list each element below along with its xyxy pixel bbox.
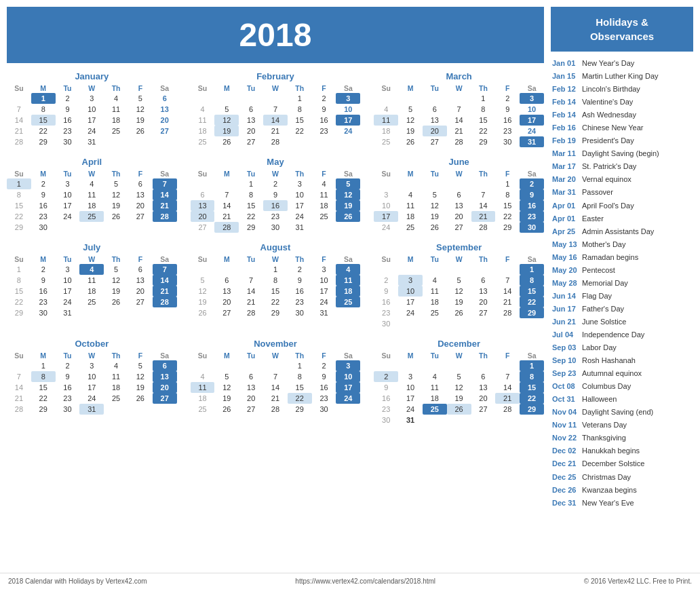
day-header-sa: Sa: [336, 351, 360, 360]
calendar-day: 26: [447, 404, 471, 415]
calendar-day: [153, 222, 177, 233]
calendar-day: 1: [7, 178, 31, 189]
calendar-day: 17: [56, 200, 80, 211]
calendar-day: 5: [104, 264, 128, 275]
holiday-name: Halloween: [582, 394, 617, 405]
calendar-day: [374, 360, 398, 371]
month-block-july: JulySuMTuWThFSa1234567891011121314151617…: [7, 242, 177, 329]
sidebar: Holidays &Observances Jan 01New Year's D…: [551, 7, 693, 563]
calendar-day: 28: [263, 404, 288, 415]
calendar-day: 2: [288, 264, 312, 275]
calendar-day: 27: [128, 211, 153, 222]
calendar-day: [447, 178, 471, 189]
calendar-day: 9: [312, 104, 336, 115]
day-header-f: F: [312, 254, 336, 264]
calendar-day: 29: [239, 222, 263, 233]
calendar-day: 6: [239, 104, 263, 115]
day-header-sa: Sa: [520, 351, 544, 360]
calendar-day: 1: [288, 93, 312, 104]
holiday-name: Ash Wednesday: [582, 109, 636, 121]
calendar-day: 10: [56, 275, 80, 286]
day-header-su: Su: [374, 254, 398, 264]
calendar-day: 25: [191, 404, 215, 415]
calendar-day: 15: [7, 286, 31, 297]
calendar-day: [191, 360, 215, 371]
day-header-f: F: [495, 254, 520, 264]
calendar-day: 7: [447, 104, 471, 115]
calendar-day: 25: [191, 136, 215, 147]
calendar-day: 24: [79, 126, 104, 136]
holiday-row: Sep 23Autumnal equinox: [551, 367, 693, 380]
day-header-sa: Sa: [336, 169, 360, 178]
calendar-day: [312, 136, 336, 147]
month-block-november: NovemberSuMTuWThFSa123456789101112131415…: [191, 339, 361, 425]
calendar-day: 8: [495, 189, 520, 200]
calendar-day: 26: [191, 307, 215, 318]
day-header-sa: Sa: [153, 83, 177, 93]
month-title: July: [7, 242, 177, 252]
day-header-f: F: [312, 83, 336, 93]
day-header-f: F: [495, 83, 520, 93]
calendar-day: 17: [336, 115, 360, 126]
holiday-date: Nov 11: [552, 419, 578, 431]
calendar-day: 17: [79, 382, 104, 393]
calendar-day: 1: [263, 264, 288, 275]
calendar-day: 2: [312, 93, 336, 104]
calendar-day: 8: [471, 104, 496, 115]
holiday-date: Sep 03: [552, 342, 578, 354]
holiday-name: Vernal equinox: [582, 174, 631, 185]
calendar-day: 30: [31, 222, 56, 233]
month-table: SuMTuWThFSa12345678910111213141516171819…: [7, 351, 177, 415]
calendar-day: [398, 318, 423, 329]
holiday-row: Apr 01April Fool's Day: [551, 200, 693, 212]
calendar-day: 13: [128, 189, 153, 200]
calendar-day: 21: [263, 126, 288, 136]
calendar-day: 16: [31, 286, 56, 297]
calendar-day: 18: [191, 393, 215, 404]
day-header-w: W: [79, 351, 104, 360]
holiday-date: Apr 01: [552, 200, 578, 212]
holiday-row: Dec 31New Year's Eve: [551, 497, 693, 510]
holiday-date: Apr 01: [552, 213, 578, 225]
calendar-day: 13: [128, 275, 153, 286]
calendar-day: 7: [7, 104, 31, 115]
calendar-day: 5: [214, 371, 239, 382]
calendar-day: 12: [398, 115, 423, 126]
calendar-day: 24: [336, 393, 360, 404]
day-header-tu: Tu: [56, 169, 80, 178]
calendar-day: 20: [128, 200, 153, 211]
calendar-day: [153, 136, 177, 147]
day-header-tu: Tu: [423, 169, 447, 178]
calendar-day: 22: [239, 211, 263, 222]
calendar-day: 4: [191, 104, 215, 115]
holiday-row: Apr 25Admin Assistants Day: [551, 225, 693, 238]
calendar-day: 2: [374, 371, 398, 382]
calendar-day: 31: [288, 222, 312, 233]
calendar-day: [471, 178, 496, 189]
calendar-day: 9: [374, 286, 398, 297]
holiday-name: Valentine's Day: [582, 96, 633, 108]
calendar-day: 25: [374, 136, 398, 147]
calendar-day: 13: [239, 115, 263, 126]
calendar-day: 12: [128, 371, 153, 382]
calendar-day: 1: [31, 360, 56, 371]
calendar-day: 23: [495, 126, 520, 136]
calendar-day: [423, 318, 447, 329]
calendar-day: 27: [214, 307, 239, 318]
calendar-day: 19: [191, 297, 215, 307]
day-header-th: Th: [288, 83, 312, 93]
day-header-sa: Sa: [336, 254, 360, 264]
holiday-date: May 13: [552, 239, 578, 250]
calendar-day: 25: [336, 297, 360, 307]
calendar-day: 3: [79, 93, 104, 104]
calendar-day: 29: [31, 136, 56, 147]
year-header: 2018: [7, 7, 544, 63]
calendar-day: [191, 264, 215, 275]
holiday-date: Mar 20: [552, 174, 578, 185]
calendar-day: [104, 136, 128, 147]
month-title: October: [7, 339, 177, 349]
calendar-day: [239, 360, 263, 371]
calendar-day: 23: [31, 211, 56, 222]
calendar-day: 11: [191, 382, 215, 393]
holiday-row: Nov 04Daylight Saving (end): [551, 406, 693, 419]
